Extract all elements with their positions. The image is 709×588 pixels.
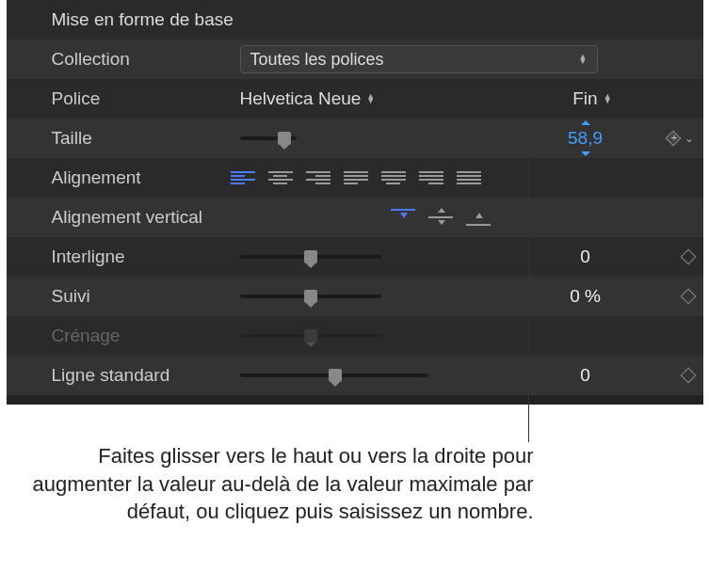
slider-thumb-icon (304, 329, 317, 342)
callout: Faites glisser vers le haut ou vers la d… (7, 405, 703, 526)
kerning-slider (240, 334, 381, 338)
valign-top-icon[interactable] (391, 207, 415, 228)
add-keyframe-icon[interactable] (665, 131, 681, 147)
chevron-up-down-icon: ▲▼ (604, 94, 612, 103)
alignment-label: Alignement (52, 167, 240, 188)
baseline-value-field[interactable]: 0 (534, 365, 637, 386)
row-baseline: Ligne standard 0 (7, 356, 703, 395)
callout-leader-line (528, 136, 529, 442)
row-collection: Collection Toutes les polices ▲▼ (7, 40, 703, 79)
keyframe-icon[interactable] (680, 249, 696, 265)
tracking-value: 0 % (570, 286, 601, 306)
panel-title: Mise en forme de base (7, 0, 703, 40)
collection-value: Toutes les polices (250, 50, 384, 70)
size-label: Taille (52, 128, 240, 149)
font-label: Police (52, 88, 240, 109)
align-justify-left-icon[interactable] (344, 167, 368, 188)
leading-value-field[interactable]: 0 (534, 246, 637, 267)
kerning-label: Crénage (52, 326, 240, 346)
slider-thumb-icon[interactable] (304, 250, 317, 263)
row-kerning: Crénage (7, 316, 703, 356)
row-alignment: Alignement (7, 158, 703, 198)
align-left-icon[interactable] (231, 167, 255, 188)
row-size: Taille 58,9 ⌄ (7, 119, 703, 158)
tracking-slider[interactable] (240, 294, 381, 298)
align-right-icon[interactable] (306, 167, 330, 188)
callout-leader-line (509, 136, 528, 137)
leading-label: Interligne (52, 246, 240, 267)
font-family-select[interactable]: Helvetica Neue ▲▼ (240, 88, 376, 109)
chevron-up-down-icon: ▲▼ (366, 94, 375, 103)
callout-text: Faites glisser vers le haut ou vers la d… (7, 405, 703, 526)
collection-label: Collection (52, 49, 240, 70)
font-style-select[interactable]: Fin ▲▼ (572, 88, 611, 109)
baseline-label: Ligne standard (52, 365, 240, 386)
collection-select[interactable]: Toutes les polices ▲▼ (240, 45, 598, 73)
align-justify-right-icon[interactable] (419, 167, 443, 188)
row-tracking: Suivi 0 % (7, 277, 703, 316)
keyframe-icon[interactable] (680, 289, 696, 305)
slider-thumb-icon[interactable] (329, 369, 342, 382)
align-justify-center-icon[interactable] (381, 167, 406, 188)
chevron-down-icon[interactable]: ⌄ (685, 132, 694, 145)
row-valign: Alignement vertical (7, 198, 703, 237)
font-style-value: Fin (572, 88, 597, 109)
chevron-up-down-icon: ▲▼ (579, 55, 588, 64)
valign-middle-icon[interactable] (428, 207, 453, 228)
font-family-value: Helvetica Neue (240, 88, 362, 109)
slider-thumb-icon[interactable] (304, 290, 317, 303)
leading-slider[interactable] (240, 255, 381, 259)
align-center-icon[interactable] (268, 167, 293, 188)
align-justify-full-icon[interactable] (457, 167, 481, 188)
slider-thumb-icon[interactable] (278, 132, 291, 145)
leading-value: 0 (580, 246, 590, 266)
valign-bottom-icon[interactable] (466, 207, 491, 228)
text-format-panel: Mise en forme de base Collection Toutes … (7, 0, 703, 405)
size-value: 58,9 (568, 128, 603, 148)
baseline-slider[interactable] (240, 373, 428, 377)
row-font: Police Helvetica Neue ▲▼ Fin ▲▼ (7, 79, 703, 119)
size-value-field[interactable]: 58,9 (534, 128, 637, 149)
valign-label: Alignement vertical (52, 207, 240, 228)
row-leading: Interligne 0 (7, 237, 703, 277)
tracking-value-field[interactable]: 0 % (534, 286, 637, 307)
tracking-label: Suivi (52, 286, 240, 307)
keyframe-icon[interactable] (680, 368, 696, 384)
baseline-value: 0 (580, 365, 590, 385)
size-slider[interactable] (240, 136, 297, 140)
